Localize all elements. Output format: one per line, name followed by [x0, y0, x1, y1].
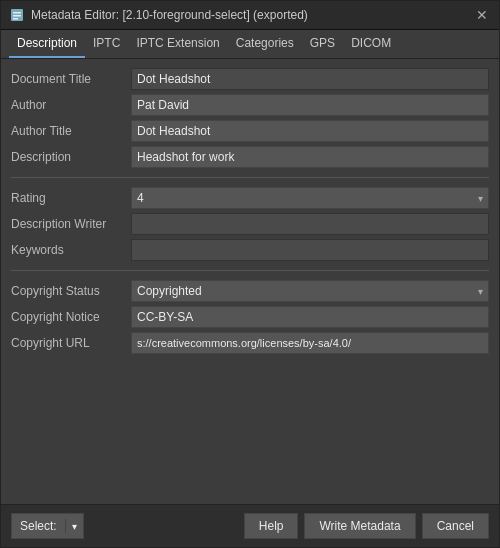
- copyright-notice-label: Copyright Notice: [11, 310, 131, 324]
- copyright-notice-row: Copyright Notice: [11, 305, 489, 329]
- metadata-editor-window: Metadata Editor: [2.10-foreground-select…: [0, 0, 500, 548]
- author-title-input[interactable]: [131, 120, 489, 142]
- tab-dicom[interactable]: DICOM: [343, 30, 399, 58]
- keywords-row: Keywords: [11, 238, 489, 262]
- tab-gps[interactable]: GPS: [302, 30, 343, 58]
- close-button[interactable]: ✕: [473, 6, 491, 24]
- app-icon: [9, 7, 25, 23]
- description-input[interactable]: [131, 146, 489, 168]
- tab-bar: Description IPTC IPTC Extension Categori…: [1, 30, 499, 59]
- window-title: Metadata Editor: [2.10-foreground-select…: [31, 8, 308, 22]
- select-dropdown-arrow-icon: ▾: [66, 521, 83, 532]
- copyright-status-row: Copyright Status Copyrighted Public Doma…: [11, 279, 489, 303]
- separator-1: [11, 177, 489, 178]
- copyright-notice-input[interactable]: [131, 306, 489, 328]
- select-dropdown-button[interactable]: Select: ▾: [11, 513, 84, 539]
- tab-categories[interactable]: Categories: [228, 30, 302, 58]
- copyright-url-input[interactable]: [131, 332, 489, 354]
- svg-rect-1: [13, 12, 21, 14]
- document-title-label: Document Title: [11, 72, 131, 86]
- tab-iptc-extension[interactable]: IPTC Extension: [128, 30, 227, 58]
- keywords-input[interactable]: [131, 239, 489, 261]
- copyright-status-label: Copyright Status: [11, 284, 131, 298]
- rating-select-wrapper: 1 2 3 4 5 ▾: [131, 187, 489, 209]
- author-label: Author: [11, 98, 131, 112]
- author-row: Author: [11, 93, 489, 117]
- footer-left: Select: ▾: [11, 513, 84, 539]
- document-title-value[interactable]: Dot Headshot: [131, 68, 489, 90]
- separator-2: [11, 270, 489, 271]
- rating-label: Rating: [11, 191, 131, 205]
- cancel-button[interactable]: Cancel: [422, 513, 489, 539]
- svg-rect-2: [13, 15, 21, 17]
- description-writer-label: Description Writer: [11, 217, 131, 231]
- author-title-label: Author Title: [11, 124, 131, 138]
- description-label: Description: [11, 150, 131, 164]
- copyright-url-label: Copyright URL: [11, 336, 131, 350]
- footer: Select: ▾ Help Write Metadata Cancel: [1, 504, 499, 547]
- copyright-status-select[interactable]: Copyrighted Public Domain Unknown: [131, 280, 489, 302]
- description-row: Description: [11, 145, 489, 169]
- author-input[interactable]: [131, 94, 489, 116]
- description-writer-input[interactable]: [131, 213, 489, 235]
- title-bar-left: Metadata Editor: [2.10-foreground-select…: [9, 7, 308, 23]
- tab-iptc[interactable]: IPTC: [85, 30, 128, 58]
- document-title-row: Document Title Dot Headshot: [11, 67, 489, 91]
- rating-select[interactable]: 1 2 3 4 5: [131, 187, 489, 209]
- footer-right: Help Write Metadata Cancel: [244, 513, 489, 539]
- write-metadata-button[interactable]: Write Metadata: [304, 513, 415, 539]
- svg-rect-3: [13, 18, 18, 20]
- keywords-label: Keywords: [11, 243, 131, 257]
- select-dropdown-label: Select:: [12, 519, 66, 533]
- tab-description[interactable]: Description: [9, 30, 85, 58]
- copyright-url-row: Copyright URL: [11, 331, 489, 355]
- title-bar: Metadata Editor: [2.10-foreground-select…: [1, 1, 499, 30]
- rating-row: Rating 1 2 3 4 5 ▾: [11, 186, 489, 210]
- author-title-row: Author Title: [11, 119, 489, 143]
- content-area: Document Title Dot Headshot Author Autho…: [1, 59, 499, 504]
- help-button[interactable]: Help: [244, 513, 299, 539]
- description-writer-row: Description Writer: [11, 212, 489, 236]
- copyright-status-select-wrapper: Copyrighted Public Domain Unknown ▾: [131, 280, 489, 302]
